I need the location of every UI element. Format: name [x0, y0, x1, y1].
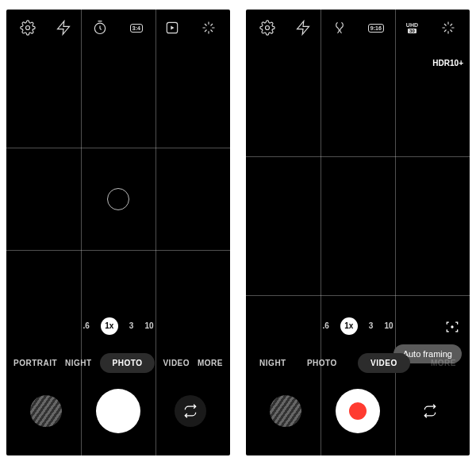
zoom-option[interactable]: 10	[144, 321, 153, 330]
shutter-controls	[246, 389, 470, 433]
filters-icon[interactable]	[200, 19, 217, 37]
gallery-thumbnail[interactable]	[30, 395, 62, 427]
mode-night[interactable]: NIGHT	[259, 359, 286, 367]
resolution-icon[interactable]: UHD30	[403, 19, 420, 37]
mode-photo[interactable]: PHOTO	[100, 353, 155, 373]
mode-more[interactable]: MORE	[431, 359, 456, 367]
zoom-option-active[interactable]: 1x	[101, 317, 118, 335]
svg-marker-4	[171, 26, 175, 30]
svg-marker-1	[58, 21, 70, 35]
top-toolbar: 3:4	[6, 10, 230, 46]
photo-mode-screen: 3:4 .6 1x 3 10 PORTRAIT NIGHT PHOTO VIDE…	[6, 10, 230, 455]
svg-point-0	[25, 26, 29, 30]
svg-marker-6	[298, 21, 309, 35]
zoom-selector: .6 1x 3 10	[6, 317, 230, 335]
flash-icon[interactable]	[294, 19, 312, 37]
shutter-button[interactable]	[96, 389, 140, 433]
focus-ring[interactable]	[107, 188, 129, 210]
aspect-ratio-icon[interactable]: 9:16	[367, 19, 385, 37]
mode-selector: PORTRAIT NIGHT PHOTO VIDEO MORE	[6, 353, 230, 373]
motion-photo-icon[interactable]	[163, 19, 181, 37]
zoom-option[interactable]: .6	[322, 321, 328, 330]
mode-selector: NIGHT PHOTO VIDEO MORE	[246, 353, 470, 373]
aspect-ratio-icon[interactable]: 3:4	[128, 19, 145, 37]
video-mode-screen: 9:16 UHD30 HDR10+ .6 1x 3 10 Auto framin…	[246, 10, 470, 455]
auto-framing-icon[interactable]	[443, 317, 462, 336]
svg-point-7	[451, 325, 453, 328]
svg-point-5	[265, 26, 269, 30]
gallery-thumbnail[interactable]	[270, 395, 301, 427]
zoom-selector: .6 1x 3 10	[246, 317, 470, 335]
zoom-option[interactable]: 3	[369, 321, 374, 330]
settings-icon[interactable]	[19, 19, 36, 37]
record-button[interactable]	[336, 389, 380, 433]
zoom-option-active[interactable]: 1x	[340, 317, 358, 335]
settings-icon[interactable]	[259, 19, 276, 37]
flash-icon[interactable]	[55, 19, 72, 37]
mode-more[interactable]: MORE	[198, 359, 223, 367]
timer-icon[interactable]	[91, 19, 109, 37]
super-steady-icon[interactable]	[331, 19, 348, 37]
zoom-option[interactable]: 10	[384, 321, 393, 330]
mode-photo[interactable]: PHOTO	[307, 359, 337, 367]
zoom-option[interactable]: 3	[129, 321, 134, 330]
shutter-controls	[6, 389, 230, 433]
mode-video[interactable]: VIDEO	[163, 359, 190, 367]
mode-portrait[interactable]: PORTRAIT	[13, 359, 57, 367]
mode-video[interactable]: VIDEO	[358, 353, 410, 373]
switch-camera-button[interactable]	[175, 395, 206, 427]
mode-night[interactable]: NIGHT	[65, 359, 92, 367]
zoom-option[interactable]: .6	[83, 321, 89, 330]
top-toolbar: 9:16 UHD30	[246, 10, 470, 46]
filters-icon[interactable]	[440, 19, 457, 37]
switch-camera-button[interactable]	[414, 395, 446, 427]
